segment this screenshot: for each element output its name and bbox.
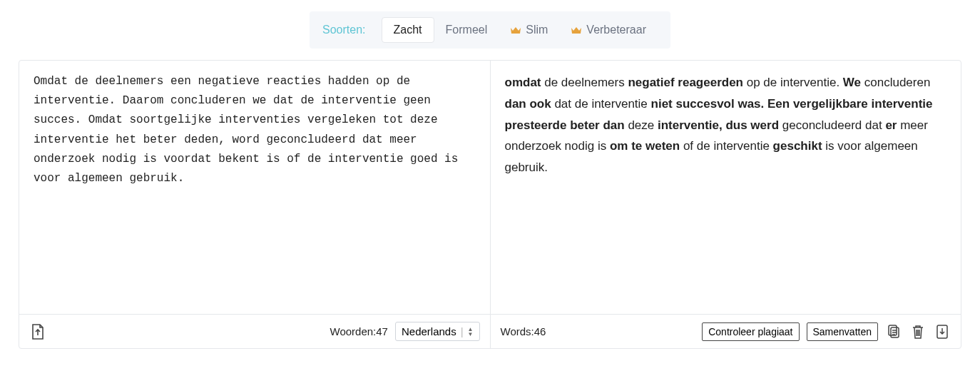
input-body[interactable]: Omdat de deelnemers een negatieve reacti…: [19, 61, 490, 314]
output-body: omdat de deelnemers negatief reageerden …: [491, 61, 961, 314]
download-icon[interactable]: [934, 323, 951, 340]
output-text: omdat de deelnemers negatief reageerden …: [505, 72, 947, 178]
input-pane: Omdat de deelnemers een negatieve reacti…: [19, 61, 491, 348]
crown-icon: [510, 26, 521, 34]
word-count-left: Woorden:47: [330, 325, 388, 337]
tab-label: Formeel: [446, 24, 488, 36]
tab-verbeteraar[interactable]: Verbeteraar: [559, 18, 658, 42]
tab-formeel[interactable]: Formeel: [434, 18, 499, 42]
output-footer: Words:46 Controleer plagiaat Samenvatten: [491, 314, 961, 348]
delete-icon[interactable]: [909, 323, 927, 340]
tab-label: Verbeteraar: [586, 24, 646, 36]
top-toolbar: Soorten: Zacht Formeel Slim Verbeteraar: [0, 0, 980, 60]
crown-icon: [571, 26, 582, 34]
copy-icon[interactable]: [885, 323, 902, 340]
chevron-updown-icon: ▲▼: [468, 327, 474, 337]
language-select[interactable]: Nederlands | ▲▼: [395, 322, 480, 341]
summarize-button[interactable]: Samenvatten: [807, 322, 879, 341]
tab-label: Zacht: [394, 24, 422, 36]
output-pane: omdat de deelnemers negatief reageerden …: [491, 61, 961, 348]
tab-slim[interactable]: Slim: [499, 18, 559, 42]
word-count-right: Words:46: [501, 325, 546, 337]
tab-zacht[interactable]: Zacht: [382, 17, 434, 43]
input-footer: Woorden:47 Nederlands | ▲▼: [19, 314, 490, 348]
toolbar-inner: Soorten: Zacht Formeel Slim Verbeteraar: [310, 11, 670, 49]
language-label: Nederlands: [402, 325, 456, 337]
tab-label: Slim: [526, 24, 548, 36]
check-plagiarism-button[interactable]: Controleer plagiaat: [702, 322, 799, 341]
upload-icon[interactable]: [29, 323, 46, 340]
panes-container: Omdat de deelnemers een negatieve reacti…: [19, 60, 961, 349]
toolbar-label: Soorten:: [322, 24, 365, 36]
input-text[interactable]: Omdat de deelnemers een negatieve reacti…: [34, 72, 476, 188]
